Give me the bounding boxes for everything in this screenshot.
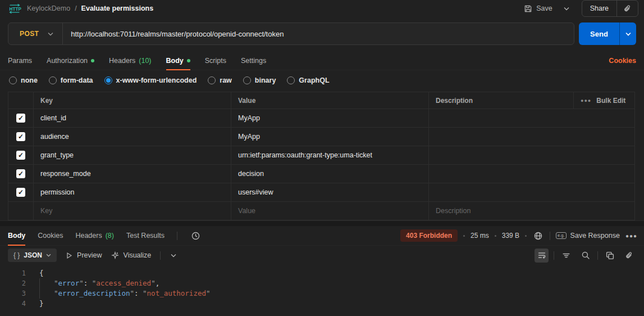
copy-link-button[interactable] <box>616 1 638 16</box>
tab-headers[interactable]: Headers (10) <box>109 52 151 70</box>
cell-value[interactable]: urn:ietf:params:oauth:grant-type:uma-tic… <box>231 146 428 164</box>
tab-label: Headers <box>75 232 102 240</box>
tab-headers[interactable]: Headers (8) <box>75 226 114 245</box>
viewer-options-chevron[interactable] <box>170 252 177 259</box>
breadcrumb-request-name: Evaluate permissions <box>81 4 154 12</box>
pane-resize-handle[interactable] <box>0 220 644 226</box>
row-checkbox[interactable]: ✓ <box>16 151 25 160</box>
chevron-down-icon <box>46 254 51 257</box>
body-mode-form-data[interactable]: form-data <box>49 76 93 84</box>
wrap-lines-toggle[interactable] <box>535 249 549 263</box>
body-mode-x-www-form-urlencoded[interactable]: x-www-form-urlencoded <box>104 76 197 84</box>
table-row: ✓grant_typeurn:ietf:params:oauth:grant-t… <box>8 146 634 164</box>
tab-label: Params <box>8 57 32 65</box>
svg-text:HTTP: HTTP <box>10 6 22 11</box>
cell-value[interactable]: Value <box>231 202 428 220</box>
copy-response-button[interactable] <box>603 249 617 263</box>
cell-description[interactable] <box>428 183 634 201</box>
table-row: ✓response_modedecision <box>8 164 634 183</box>
url-input[interactable]: http://localhost:7011/realms/master/prot… <box>63 30 291 38</box>
cookies-link[interactable]: Cookies <box>609 57 636 65</box>
save-button[interactable]: Save <box>519 2 557 16</box>
tab-test-results[interactable]: Test Results <box>126 226 165 245</box>
cell-key[interactable]: grant_type <box>33 146 231 164</box>
tab-label: Headers <box>109 57 135 65</box>
body-mode-none[interactable]: none <box>9 76 38 84</box>
copy-response-link-button[interactable] <box>622 249 636 263</box>
response-code[interactable]: 1{2"error": "access_denied",3"error_desc… <box>0 265 644 309</box>
send-button[interactable]: Send <box>579 22 619 45</box>
radio-icon <box>208 76 216 84</box>
code-line: 2"error": "access_denied", <box>0 278 644 288</box>
cell-key[interactable]: permission <box>33 183 231 201</box>
cell-key[interactable]: response_mode <box>33 165 231 183</box>
response-time[interactable]: 25 ms <box>471 232 489 240</box>
divider <box>160 251 161 260</box>
url-box: POST http://localhost:7011/realms/master… <box>8 22 574 45</box>
chevron-down-icon <box>625 32 631 36</box>
cell-description[interactable] <box>428 109 634 127</box>
code-content: "error_description": "not_authorized" <box>26 288 210 299</box>
tab-body[interactable]: Body <box>166 52 190 70</box>
modified-dot-icon <box>187 59 190 62</box>
tab-label: Scripts <box>205 57 226 65</box>
row-checkbox[interactable]: ✓ <box>16 188 25 197</box>
cell-value[interactable]: MyApp <box>231 128 428 146</box>
filter-lines-icon <box>562 251 570 260</box>
response-size[interactable]: 339 B <box>502 232 519 240</box>
cell-description[interactable] <box>428 128 634 146</box>
tab-cookies[interactable]: Cookies <box>38 226 63 245</box>
row-checkbox[interactable]: ✓ <box>16 132 25 141</box>
history-clock-icon <box>191 231 200 241</box>
beautify-button[interactable] <box>559 249 573 263</box>
response-format-dropdown[interactable]: { } JSON <box>8 249 57 262</box>
send-options-chevron[interactable] <box>619 22 636 45</box>
row-checkbox[interactable]: ✓ <box>16 114 25 123</box>
tab-params[interactable]: Params <box>8 52 32 70</box>
tab-body[interactable]: Body <box>8 226 25 245</box>
column-header-description: Description <box>428 92 573 109</box>
row-checkbox-cell: ✓ <box>8 183 33 201</box>
modified-dot-icon <box>91 59 94 62</box>
save-options-chevron[interactable] <box>559 3 574 14</box>
body-mode-graphql[interactable]: GraphQL <box>287 76 329 84</box>
cell-value[interactable]: MyApp <box>231 109 428 127</box>
save-as-example-icon: e.g. <box>556 232 567 239</box>
method-chevron[interactable] <box>48 32 62 36</box>
table-header: Key Value Description ●●● Bulk Edit <box>8 92 634 109</box>
bulk-edit-button[interactable]: ●●● Bulk Edit <box>573 92 634 109</box>
cell-description[interactable]: Description <box>428 202 634 220</box>
breadcrumb-separator: / <box>75 4 76 12</box>
tab-settings[interactable]: Settings <box>241 52 266 70</box>
cell-value[interactable]: decision <box>231 165 428 183</box>
tab-scripts[interactable]: Scripts <box>205 52 226 70</box>
radio-label: binary <box>255 76 276 84</box>
search-response-button[interactable] <box>578 249 592 263</box>
cell-key[interactable]: audience <box>33 128 231 146</box>
preview-button[interactable]: Preview <box>66 251 102 259</box>
response-history-button[interactable] <box>190 230 202 242</box>
status-badge[interactable]: 403 Forbidden <box>400 229 458 242</box>
method-selector[interactable]: POST <box>8 30 48 38</box>
cell-value[interactable]: users#view <box>231 183 428 201</box>
share-button[interactable]: Share <box>582 1 616 16</box>
dot-separator <box>463 235 465 237</box>
line-number: 1 <box>0 268 26 278</box>
column-header-value: Value <box>231 92 428 109</box>
body-mode-raw[interactable]: raw <box>208 76 232 84</box>
cell-key[interactable]: client_id <box>33 109 231 127</box>
tab-label: Settings <box>241 57 266 65</box>
save-response-button[interactable]: e.g. Save Response <box>556 232 620 240</box>
row-checkbox[interactable]: ✓ <box>16 169 25 178</box>
visualize-button[interactable]: Visualize <box>111 251 152 259</box>
breadcrumb-collection[interactable]: KeylockDemo <box>27 4 70 12</box>
network-info-button[interactable] <box>532 230 544 242</box>
table-row: ✓permissionusers#view <box>8 183 634 201</box>
cell-description[interactable] <box>428 146 634 164</box>
table-row: KeyValueDescription <box>8 201 634 220</box>
tab-authorization[interactable]: Authorization <box>47 52 94 70</box>
response-more-options-button[interactable]: ●●● <box>625 233 637 239</box>
cell-description[interactable] <box>428 165 634 183</box>
body-mode-binary[interactable]: binary <box>243 76 276 84</box>
cell-key[interactable]: Key <box>33 202 231 220</box>
